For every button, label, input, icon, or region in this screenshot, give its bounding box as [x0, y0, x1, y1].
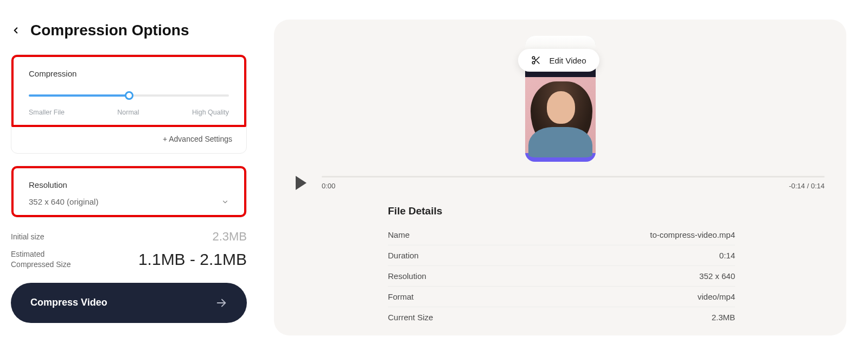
svg-line-4: [537, 61, 539, 64]
initial-size-row: Initial size 2.3MB: [11, 230, 247, 244]
compression-card: Compression Smaller File Normal High Qua…: [11, 54, 247, 154]
resolution-card: Resolution 352 x 640 (original): [11, 166, 247, 218]
detail-key: Format: [388, 292, 414, 301]
detail-key: Name: [388, 230, 410, 239]
file-details-title: File Details: [388, 205, 735, 217]
edit-video-label: Edit Video: [549, 56, 586, 65]
compress-button[interactable]: Compress Video: [11, 283, 247, 323]
header: Compression Options: [11, 22, 247, 39]
timeline[interactable]: 0:00 -0:14 / 0:14: [322, 176, 825, 190]
detail-value: to-compress-video.mp4: [650, 230, 735, 239]
compression-label: Compression: [29, 69, 229, 78]
chevron-down-icon: [221, 198, 229, 206]
scissors-icon: [531, 55, 540, 65]
slider-label-min: Smaller File: [29, 109, 65, 116]
resolution-label: Resolution: [29, 180, 229, 189]
file-details: File Details Name to-compress-video.mp4 …: [388, 205, 735, 327]
slider-labels: Smaller File Normal High Quality: [29, 109, 229, 116]
arrow-right-icon: [215, 297, 227, 309]
options-panel: Compression Options Compression Smaller …: [0, 0, 258, 355]
edit-video-button[interactable]: Edit Video: [518, 49, 599, 72]
detail-row-format: Format video/mp4: [388, 287, 735, 307]
compression-slider[interactable]: [29, 90, 229, 101]
detail-value: 0:14: [719, 251, 735, 260]
slider-fill: [29, 94, 129, 97]
time-remaining-total: -0:14 / 0:14: [789, 182, 825, 190]
compress-button-label: Compress Video: [30, 297, 107, 308]
compression-highlight: Compression Smaller File Normal High Qua…: [11, 55, 246, 127]
detail-value: 2.3MB: [712, 313, 735, 322]
estimated-size-value: 1.1MB - 2.1MB: [138, 250, 247, 269]
preview-panel: — 10 pages/day or 10 mins/day) Edit Vide…: [274, 20, 846, 335]
slider-label-mid: Normal: [117, 109, 139, 116]
detail-row-size: Current Size 2.3MB: [388, 307, 735, 327]
detail-row-duration: Duration 0:14: [388, 245, 735, 266]
detail-row-resolution: Resolution 352 x 640: [388, 266, 735, 287]
initial-size-label: Initial size: [11, 232, 44, 242]
player-controls: 0:00 -0:14 / 0:14: [296, 176, 825, 190]
svg-line-5: [534, 59, 536, 60]
time-labels: 0:00 -0:14 / 0:14: [322, 182, 825, 190]
resolution-select[interactable]: 352 x 640 (original): [29, 197, 229, 206]
slider-label-max: High Quality: [192, 109, 229, 116]
estimated-size-row: Estimated Compressed Size 1.1MB - 2.1MB: [11, 249, 247, 270]
detail-key: Current Size: [388, 313, 433, 322]
advanced-settings-link[interactable]: + Advanced Settings: [11, 127, 246, 153]
detail-value: 352 x 640: [699, 271, 735, 281]
preview-area: — 10 pages/day or 10 mins/day) Edit Vide…: [296, 36, 825, 162]
resolution-value: 352 x 640 (original): [29, 197, 98, 206]
play-button[interactable]: [296, 176, 307, 190]
detail-key: Duration: [388, 251, 419, 260]
initial-size-value: 2.3MB: [212, 230, 247, 244]
estimated-size-label: Estimated Compressed Size: [11, 249, 71, 270]
detail-key: Resolution: [388, 271, 426, 281]
detail-value: video/mp4: [698, 292, 735, 301]
back-icon[interactable]: [11, 26, 21, 35]
timeline-bar[interactable]: [322, 176, 825, 178]
time-current: 0:00: [322, 182, 335, 190]
slider-thumb[interactable]: [125, 91, 133, 100]
resolution-highlight: Resolution 352 x 640 (original): [11, 166, 246, 217]
detail-row-name: Name to-compress-video.mp4: [388, 225, 735, 245]
page-title: Compression Options: [30, 22, 189, 39]
